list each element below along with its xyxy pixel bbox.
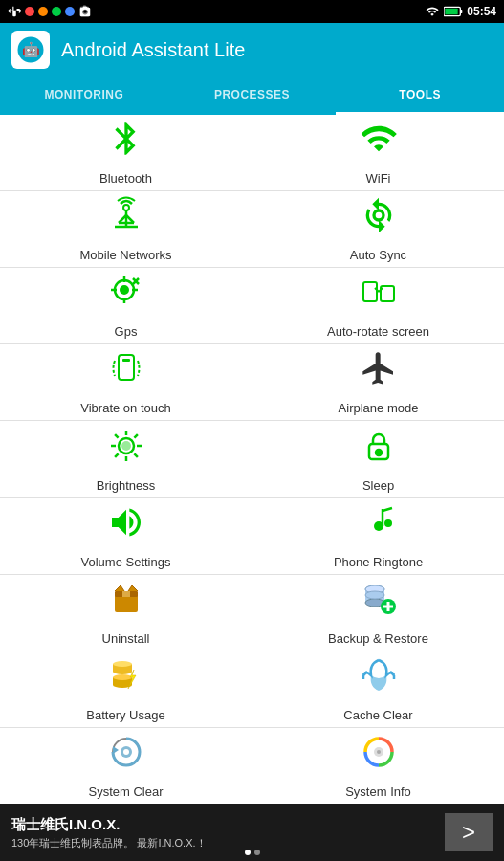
status-wifi-icon <box>425 5 440 18</box>
brightness-icon <box>107 427 145 471</box>
gps-icon <box>107 273 145 317</box>
svg-point-0 <box>25 7 34 16</box>
backup-label: Backup & Restore <box>328 631 428 646</box>
app-icon: 🤖 <box>11 31 50 69</box>
vibrate-cell[interactable]: Vibrate on touch <box>0 344 252 420</box>
bluetooth-cell[interactable]: Bluetooth <box>0 115 252 190</box>
volume-label: Volume Settings <box>81 555 171 569</box>
svg-rect-44 <box>115 595 138 612</box>
backup-icon <box>360 580 398 624</box>
ad-line1: 瑞士维氏I.N.O.X. <box>11 814 445 834</box>
ringtone-cell[interactable]: Phone Ringtone <box>252 498 504 574</box>
status-time: 05:54 <box>467 5 496 18</box>
system-clear-icon <box>107 733 145 777</box>
svg-text:🤖: 🤖 <box>22 41 40 58</box>
backup-cell[interactable]: Backup & Restore <box>252 575 504 651</box>
auto-sync-icon <box>360 196 398 240</box>
tab-tools[interactable]: TOOLS <box>336 77 504 115</box>
cache-cell[interactable]: Cache Clear <box>252 651 504 727</box>
gps-cell[interactable]: Gps <box>0 268 252 343</box>
svg-line-41 <box>383 508 392 511</box>
notif-orange <box>38 7 48 16</box>
svg-point-51 <box>365 591 384 599</box>
bluetooth-label: Bluetooth <box>99 171 152 186</box>
svg-point-64 <box>123 749 129 755</box>
wifi-icon <box>360 120 398 164</box>
svg-point-66 <box>377 750 381 754</box>
tab-monitoring[interactable]: MONITORING <box>0 77 168 115</box>
svg-line-35 <box>134 434 138 438</box>
svg-point-15 <box>374 210 383 220</box>
mobile-networks-icon <box>107 196 145 240</box>
camera-icon <box>78 5 92 18</box>
airplane-label: Airplane mode <box>339 401 419 415</box>
uninstall-cell[interactable]: Uninstall <box>0 575 252 651</box>
svg-point-37 <box>121 441 131 451</box>
system-info-cell[interactable]: System Info <box>252 728 504 804</box>
svg-rect-26 <box>119 355 134 380</box>
status-left-icons <box>8 5 92 18</box>
svg-rect-6 <box>446 9 458 15</box>
ad-dots <box>245 850 260 855</box>
svg-point-60 <box>113 661 132 667</box>
ringtone-icon <box>360 503 398 547</box>
vibrate-label: Vibrate on touch <box>80 401 170 415</box>
sleep-label: Sleep <box>362 478 394 493</box>
svg-point-43 <box>384 519 392 527</box>
system-clear-cell[interactable]: System Clear <box>0 728 252 804</box>
bluetooth-icon <box>107 120 145 164</box>
battery-usage-icon <box>107 656 145 700</box>
wifi-cell[interactable]: WiFi <box>252 115 504 190</box>
brightness-label: Brightness <box>97 478 155 493</box>
system-clear-label: System Clear <box>88 784 163 799</box>
svg-point-21 <box>121 286 128 294</box>
mobile-networks-cell[interactable]: Mobile Networks <box>0 191 252 267</box>
ad-text: 瑞士维氏I.N.O.X. 130年瑞士维氏制表品牌。 最新I.N.O.X.！ <box>11 814 445 850</box>
brightness-cell[interactable]: Brightness <box>0 421 252 497</box>
sleep-cell[interactable]: Sleep <box>252 421 504 497</box>
notif-red <box>25 7 34 16</box>
ad-line2: 130年瑞士维氏制表品牌。 最新I.N.O.X.！ <box>11 836 445 850</box>
battery-label: Battery Usage <box>86 708 164 722</box>
ad-arrow-button[interactable]: > <box>445 813 493 851</box>
battery-cell[interactable]: Battery Usage <box>0 651 252 727</box>
status-bar: 05:54 <box>0 0 504 23</box>
auto-rotate-label: Auto-rotate screen <box>327 324 429 339</box>
system-info-icon <box>360 733 398 777</box>
svg-line-33 <box>115 434 119 438</box>
battery-icon <box>444 6 463 17</box>
auto-rotate-cell[interactable]: Auto-rotate screen <box>252 268 504 343</box>
cache-icon <box>360 656 398 700</box>
tools-grid: Bluetooth WiFi Mobile Networks <box>0 115 504 804</box>
status-right-icons: 05:54 <box>425 5 496 18</box>
uninstall-label: Uninstall <box>102 631 150 646</box>
ad-banner: 瑞士维氏I.N.O.X. 130年瑞士维氏制表品牌。 最新I.N.O.X.！ > <box>0 804 504 861</box>
volume-icon <box>107 503 145 547</box>
svg-point-42 <box>374 521 383 531</box>
svg-rect-24 <box>363 282 377 301</box>
cache-label: Cache Clear <box>343 708 412 722</box>
notif-green <box>52 7 61 16</box>
uninstall-icon <box>107 580 145 624</box>
airplane-cell[interactable]: Airplane mode <box>252 344 504 420</box>
svg-point-9 <box>123 205 129 210</box>
svg-point-2 <box>52 7 61 16</box>
svg-point-3 <box>65 7 75 16</box>
gps-label: Gps <box>115 324 138 339</box>
svg-marker-62 <box>113 746 119 754</box>
sleep-icon <box>360 427 398 471</box>
system-info-label: System Info <box>345 784 411 799</box>
ringtone-label: Phone Ringtone <box>334 555 423 569</box>
volume-cell[interactable]: Volume Settings <box>0 498 252 574</box>
mobile-networks-label: Mobile Networks <box>79 248 171 262</box>
app-bar: 🤖 Android Assistant Lite <box>0 23 504 77</box>
ad-dot-2 <box>254 850 260 855</box>
svg-point-1 <box>38 7 48 16</box>
tab-processes[interactable]: PROCESSES <box>168 77 337 115</box>
notif-blue <box>65 7 75 16</box>
auto-sync-cell[interactable]: Auto Sync <box>252 191 504 267</box>
ad-dot-1 <box>245 850 251 855</box>
auto-rotate-icon <box>360 273 398 317</box>
wifi-label: WiFi <box>366 171 391 186</box>
tabs-bar: MONITORING PROCESSES TOOLS <box>0 77 504 115</box>
